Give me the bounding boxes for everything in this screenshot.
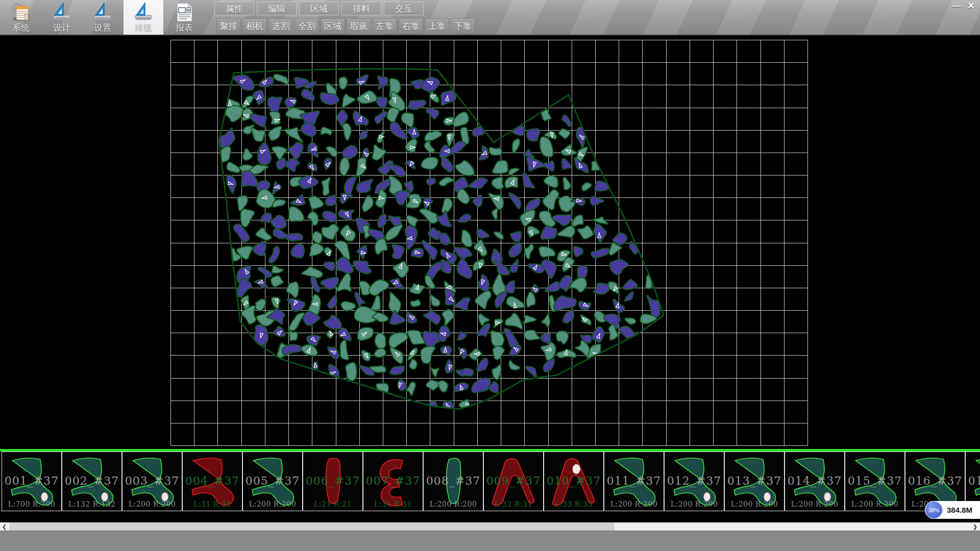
menu-tab-3[interactable]: 区域 <box>299 2 339 15</box>
piece-id-label: 015_#37 <box>845 474 904 487</box>
thumbnail-003[interactable]: 003_#37L:200 R:200 <box>122 452 182 511</box>
piece-id-label: 004_#37 <box>183 474 242 487</box>
piece-id-label: 001_#37 <box>2 474 61 487</box>
thumbnail-013[interactable]: 013_#37L:200 R:200 <box>724 452 785 511</box>
window-controls: — ✕ <box>949 0 978 12</box>
main-button-1[interactable]: 系统 <box>1 0 41 35</box>
action-button-6[interactable]: 瑕疵 <box>347 18 371 34</box>
piece-id-label: 016_#37 <box>905 474 965 487</box>
thumbnail-009[interactable]: 009_#37L:32 R:31 <box>483 452 544 511</box>
main-button-label: 报表 <box>164 22 204 34</box>
action-button-4[interactable]: 全割 <box>295 18 319 34</box>
main-button-label: 系统 <box>1 22 41 34</box>
thumbnail-005[interactable]: 005_#37L:200 R:200 <box>242 452 303 511</box>
piece-id-label: 007_#37 <box>363 474 423 487</box>
piece-id-label: 003_#37 <box>122 474 182 487</box>
app-window: { "window": { "minimize_glyph": "—", "cl… <box>0 0 980 551</box>
thumbnail-010[interactable]: 010_#37L:33 R:33 <box>544 452 604 511</box>
action-button-2[interactable]: 相机 <box>242 18 267 34</box>
piece-id-label: 012_#37 <box>665 474 724 487</box>
piece-lr-count: L:700 R:700 <box>2 500 61 508</box>
main-toolbar: 系统设计设置排版报表 属性编辑区域排料交互 聚排相机选割全割区域瑕疵左靠右靠上靠… <box>0 0 980 36</box>
status-bar <box>0 531 980 551</box>
piece-lr-count: L:21 R:21 <box>303 500 362 508</box>
menu-tab-5[interactable]: 交互 <box>384 2 424 15</box>
horizontal-scrollbar[interactable]: ❮ ❯ <box>0 522 980 531</box>
main-button-group: 系统设计设置排版报表 <box>1 0 204 35</box>
nest-canvas[interactable] <box>0 36 980 449</box>
action-button-5[interactable]: 区域 <box>321 18 345 34</box>
main-button-label: 设计 <box>42 22 82 34</box>
thumbnail-001[interactable]: 001_#37L:700 R:700 <box>2 452 62 511</box>
piece-id-label: 014_#37 <box>785 474 844 487</box>
piece-lr-count: L:200 R:200 <box>122 500 182 508</box>
action-button-1[interactable]: 聚排 <box>216 18 241 34</box>
piece-id-label: 002_#37 <box>62 474 121 487</box>
thumbnail-002[interactable]: 002_#37L:132 R:132 <box>62 452 122 511</box>
piece-lr-count: L:200 R:200 <box>604 500 664 508</box>
piece-id-label: 005_#37 <box>243 474 302 487</box>
scroll-left-arrow-icon[interactable]: ❮ <box>2 522 7 531</box>
action-button-7[interactable]: 左靠 <box>373 18 397 34</box>
menu-tab-2[interactable]: 编辑 <box>257 2 297 15</box>
thumbnail-015[interactable]: 015_#37L:200 R:200 <box>845 452 905 511</box>
piece-lr-count: L:31 R:31 <box>363 500 423 508</box>
piece-filmstrip[interactable]: 001_#37L:700 R:700002_#37L:132 R:132003_… <box>0 452 980 511</box>
memory-percent-circle: 38% <box>925 502 942 518</box>
main-button-label: 设置 <box>83 22 122 34</box>
thumbnail-012[interactable]: 012_#37L:200 R:200 <box>664 452 724 511</box>
thumbnail-014[interactable]: 014_#37L:200 R:200 <box>785 452 845 511</box>
piece-lr-count: L:200 R:200 <box>725 500 784 508</box>
piece-lr-count: L:33 R:33 <box>544 500 603 508</box>
piece-id-label: 009_#37 <box>484 474 543 487</box>
close-button[interactable]: ✕ <box>964 0 978 12</box>
scrollbar-thumb[interactable] <box>9 522 615 531</box>
thumbnail-006[interactable]: 006_#37L:21 R:21 <box>303 452 363 511</box>
action-button-9[interactable]: 上靠 <box>425 18 449 34</box>
piece-id-label: 006_#37 <box>303 474 362 487</box>
thumbnail-004[interactable]: 004_#37L:31 R:31 <box>182 452 242 511</box>
piece-lr-count: L:200 R:200 <box>424 500 483 508</box>
memory-value: 384.8M <box>947 506 972 514</box>
main-button-2[interactable]: 设计 <box>42 0 82 35</box>
action-button-10[interactable]: 下靠 <box>451 18 475 34</box>
scroll-right-arrow-icon[interactable]: ❯ <box>973 522 977 531</box>
piece-lr-count: L:32 R:31 <box>484 500 543 508</box>
piece-id-label: 010_#37 <box>544 474 603 487</box>
thumbnail-007[interactable]: 007_#37L:31 R:31 <box>363 452 423 511</box>
piece-lr-count: L:200 R:200 <box>845 500 904 508</box>
piece-lr-count: L:200 R:200 <box>243 500 302 508</box>
piece-lr-count: L:200 R:200 <box>785 500 844 508</box>
main-button-3[interactable]: 设置 <box>83 0 122 35</box>
main-button-5[interactable]: 报表 <box>164 0 204 35</box>
thumbnail-008[interactable]: 008_#37L:200 R:200 <box>423 452 483 511</box>
minimize-button[interactable]: — <box>949 0 964 12</box>
piece-lr-count: L:132 R:132 <box>62 500 121 508</box>
menu-tab-1[interactable]: 属性 <box>214 2 254 15</box>
piece-lr-count: L:200 R:200 <box>665 500 724 508</box>
menu-tab-row: 属性编辑区域排料交互 <box>214 2 424 15</box>
main-button-label: 排版 <box>124 22 163 34</box>
memory-badge: 38% 384.8M <box>925 501 980 519</box>
main-button-4[interactable]: 排版 <box>124 0 163 35</box>
piece-id-label: 013_#37 <box>725 474 784 487</box>
thumbnail-011[interactable]: 011_#37L:200 R:200 <box>604 452 664 511</box>
piece-id-label: 017_#37 <box>966 474 980 487</box>
piece-id-label: 011_#37 <box>604 474 664 487</box>
menu-tab-4[interactable]: 排料 <box>341 2 381 15</box>
action-button-8[interactable]: 右靠 <box>399 18 423 34</box>
action-button-row: 聚排相机选割全割区域瑕疵左靠右靠上靠下靠 <box>216 18 475 34</box>
piece-id-label: 008_#37 <box>424 474 483 487</box>
piece-lr-count: L:31 R:31 <box>183 500 242 508</box>
action-button-3[interactable]: 选割 <box>268 18 293 34</box>
